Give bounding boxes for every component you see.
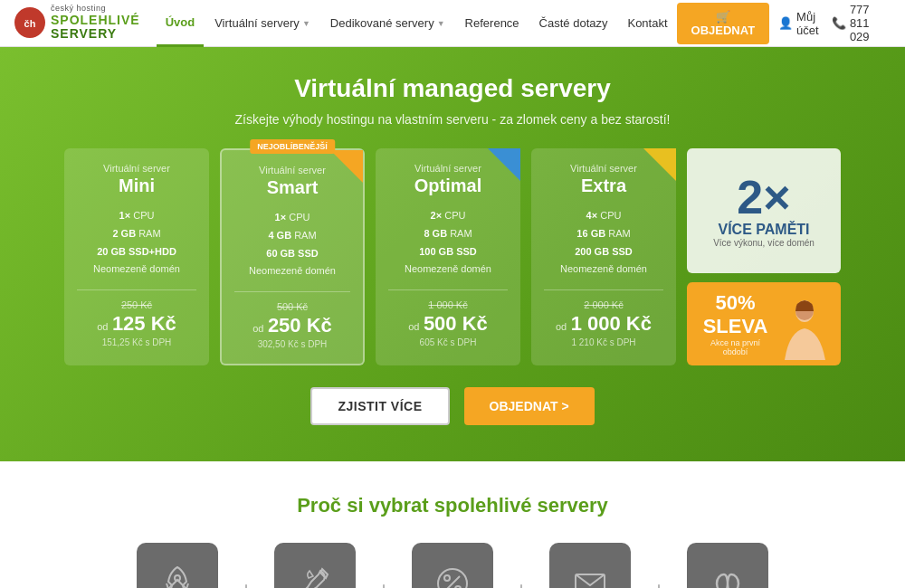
svg-point-4: [175, 575, 180, 581]
nav-uvod[interactable]: Úvod: [157, 0, 205, 47]
promo-sale: 50% SLEVA Akce na první období: [687, 282, 841, 365]
wrench-icon: [295, 564, 335, 588]
pricing-card-extra: Virtuální server Extra 4× CPU 16 GB RAM …: [531, 148, 676, 365]
chevron-down-icon: ▼: [302, 19, 310, 28]
corner-ribbon-yellow: [643, 148, 676, 181]
nav-reference[interactable]: Reference: [456, 0, 529, 47]
why-icon-box-rocket: [137, 543, 218, 588]
objednat-button[interactable]: OBJEDNAT >: [464, 387, 595, 425]
promo-memory: 2× VÍCE PAMĚTI Více výkonu, více domén: [687, 148, 841, 273]
card-smart-price-row: od 250 Kč: [234, 314, 350, 337]
why-icon-box-infinity: [687, 543, 768, 588]
card-mini-price-row: od 125 Kč: [77, 312, 196, 336]
account-icon: 👤: [778, 16, 793, 30]
nav-dedicated-servers[interactable]: Dedikované servery ▼: [321, 0, 454, 47]
promo-sale-desc: Akce na první období: [698, 338, 773, 356]
pricing-card-smart: NEJOBLÍBENĚJŠÍ Virtuální server Smart 1×…: [220, 148, 365, 365]
promo-person: [780, 297, 830, 351]
nav-links: Úvod Virtuální servery ▼ Dedikované serv…: [157, 0, 677, 47]
pricing-row: Virtuální server Mini 1× CPU 2 GB RAM 20…: [27, 148, 878, 365]
logo-icon: čh: [14, 7, 45, 38]
promo-vice-pameti: VÍCE PAMĚTI: [718, 221, 809, 238]
why-title: Proč si vybrat spolehlivé servery: [27, 494, 878, 517]
pricing-card-optimal: Virtuální server Optimal 2× CPU 8 GB RAM…: [376, 148, 520, 365]
rocket-icon: [157, 564, 197, 588]
why-icon-box-email: [549, 543, 631, 588]
logo[interactable]: čh český hosting SPOLEHLIVÉ SERVERY: [14, 5, 140, 42]
why-item-dostupnost: Garantovanádostupnost 99,99 %: [394, 543, 511, 588]
phone-icon: 📞: [832, 16, 846, 30]
why-item-emaily: Spolehlivée-maily: [531, 543, 649, 588]
plus-icon-3: +: [515, 577, 528, 588]
promo-box: 2× VÍCE PAMĚTI Více výkonu, více domén 5…: [687, 148, 841, 365]
logo-main-text: SPOLEHLIVÉ: [51, 14, 140, 27]
my-account-link[interactable]: 👤 Můj účet: [778, 10, 823, 37]
nav-contact[interactable]: Kontakt: [618, 0, 676, 47]
why-icon-box-wrench: [274, 543, 356, 588]
card-extra-specs: 4× CPU 16 GB RAM 200 GB SSD Neomezeně do…: [544, 207, 663, 279]
nav-faq[interactable]: Časté dotazy: [530, 0, 617, 47]
card-optimal-specs: 2× CPU 8 GB RAM 100 GB SSD Neomezeně dom…: [388, 207, 508, 279]
plus-icon-1: +: [240, 577, 252, 588]
card-extra-price-row: od 1 000 Kč: [544, 312, 663, 336]
hero-title: Virtuální managed servery: [27, 74, 878, 103]
card-mini-vat: 151,25 Kč s DPH: [77, 337, 196, 347]
corner-ribbon-blue: [488, 148, 520, 181]
nav-right: 🛒 OBJEDNAT 👤 Můj účet 📞 777 811 029: [677, 3, 891, 44]
pricing-card-mini: Virtuální server Mini 1× CPU 2 GB RAM 20…: [64, 148, 209, 365]
card-extra-vat: 1 210 Kč s DPH: [544, 337, 663, 347]
phone-number: 📞 777 811 029: [832, 3, 891, 43]
card-optimal-price-row: od 500 Kč: [388, 312, 508, 336]
promo-2x-text: 2×: [737, 174, 790, 221]
svg-point-8: [444, 575, 450, 581]
promo-sale-pct: 50% SLEVA: [698, 291, 773, 338]
why-item-vykon: Vysokývýkon: [119, 543, 236, 588]
svg-text:čh: čh: [24, 18, 36, 29]
card-mini-old-price: 250 Kč: [77, 299, 196, 310]
plus-icon-4: +: [653, 577, 665, 588]
card-smart-vat: 302,50 Kč s DPH: [234, 339, 350, 349]
svg-point-6: [438, 569, 467, 588]
why-icons-row: Vysokývýkon + Kompletníspráva od nás +: [27, 543, 878, 588]
navbar: čh český hosting SPOLEHLIVÉ SERVERY Úvod…: [0, 0, 905, 47]
why-icon-box-percent: [412, 543, 493, 588]
email-icon: [570, 564, 610, 588]
card-smart-old-price: 500 Kč: [234, 301, 350, 312]
cta-row: ZJISTIT VÍCE OBJEDNAT >: [27, 387, 878, 425]
card-mini-specs: 1× CPU 2 GB RAM 20 GB SSD+HDD Neomezeně …: [77, 207, 196, 279]
card-smart-specs: 1× CPU 4 GB RAM 60 GB SSD Neomezeně domé…: [234, 209, 350, 280]
promo-memory-sub: Více výkonu, více domén: [713, 238, 814, 248]
plus-icon-2: +: [377, 577, 390, 588]
order-button[interactable]: 🛒 OBJEDNAT: [677, 3, 770, 44]
why-item-sprava: Kompletníspráva od nás: [256, 543, 374, 588]
chevron-down-icon: ▼: [437, 19, 445, 28]
featured-badge: NEJOBLÍBENĚJŠÍ: [250, 139, 335, 154]
hero-subtitle: Získejte výhody hostingu na vlastním ser…: [27, 112, 878, 127]
card-mini-label: Virtuální server: [77, 163, 196, 174]
zjistit-vice-button[interactable]: ZJISTIT VÍCE: [310, 387, 449, 425]
percent-icon: [433, 564, 472, 588]
corner-ribbon-orange: [330, 150, 363, 183]
card-extra-old-price: 2 000 Kč: [544, 299, 663, 310]
infinity-icon: [708, 564, 748, 588]
why-section: Proč si vybrat spolehlivé servery Vysoký…: [0, 461, 905, 588]
nav-virtual-servers[interactable]: Virtuální servery ▼: [205, 0, 319, 47]
logo-sub-text: SERVERY: [51, 27, 140, 41]
hero-section: Virtuální managed servery Získejte výhod…: [0, 47, 905, 461]
why-item-domeny: Neomezenědomén: [669, 543, 786, 588]
card-mini-name: Mini: [77, 175, 196, 196]
card-optimal-old-price: 1 000 Kč: [388, 299, 508, 310]
card-optimal-vat: 605 Kč s DPH: [388, 337, 508, 347]
